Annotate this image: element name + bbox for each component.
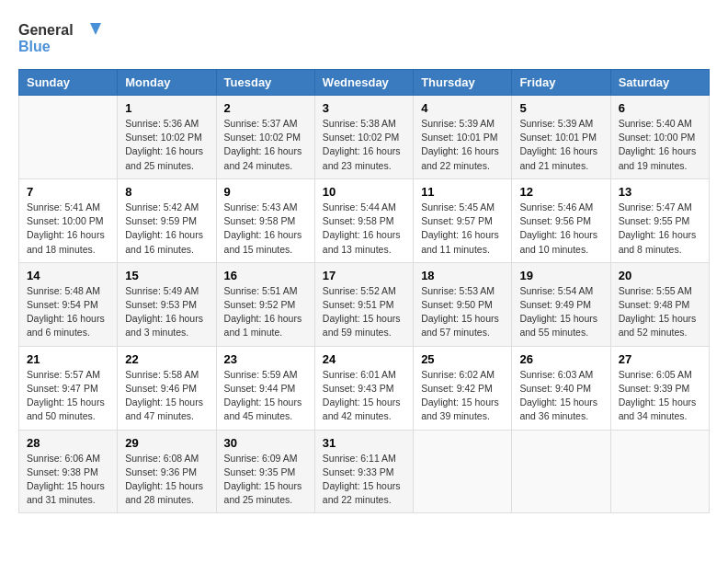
calendar-cell: 24Sunrise: 6:01 AM Sunset: 9:43 PM Dayli… — [314, 346, 413, 430]
calendar-cell — [19, 96, 118, 179]
calendar-cell: 18Sunrise: 5:53 AM Sunset: 9:50 PM Dayli… — [414, 262, 512, 346]
day-info: Sunrise: 6:08 AM Sunset: 9:36 PM Dayligh… — [125, 452, 208, 508]
day-info: Sunrise: 6:09 AM Sunset: 9:35 PM Dayligh… — [224, 452, 307, 508]
day-number: 4 — [421, 101, 504, 115]
day-number: 31 — [323, 436, 405, 450]
calendar-cell: 5Sunrise: 5:39 AM Sunset: 10:01 PM Dayli… — [512, 96, 610, 179]
day-number: 20 — [619, 269, 701, 282]
day-info: Sunrise: 6:11 AM Sunset: 9:33 PM Dayligh… — [323, 452, 405, 508]
day-number: 26 — [519, 352, 602, 366]
calendar-cell: 11Sunrise: 5:45 AM Sunset: 9:57 PM Dayli… — [414, 178, 512, 262]
day-number: 2 — [224, 101, 307, 115]
day-info: Sunrise: 5:37 AM Sunset: 10:02 PM Daylig… — [224, 117, 307, 173]
calendar-cell: 29Sunrise: 6:08 AM Sunset: 9:36 PM Dayli… — [118, 430, 216, 513]
calendar-cell: 7Sunrise: 5:41 AM Sunset: 10:00 PM Dayli… — [19, 178, 118, 262]
logo: General Blue — [18, 18, 101, 60]
day-number: 1 — [125, 101, 208, 115]
calendar-cell: 25Sunrise: 6:02 AM Sunset: 9:42 PM Dayli… — [414, 346, 512, 430]
day-info: Sunrise: 5:41 AM Sunset: 10:00 PM Daylig… — [27, 201, 109, 257]
calendar-cell: 22Sunrise: 5:58 AM Sunset: 9:46 PM Dayli… — [118, 346, 216, 430]
svg-text:Blue: Blue — [18, 39, 51, 54]
day-info: Sunrise: 6:03 AM Sunset: 9:40 PM Dayligh… — [519, 368, 602, 424]
calendar-cell: 12Sunrise: 5:46 AM Sunset: 9:56 PM Dayli… — [512, 178, 610, 262]
day-info: Sunrise: 5:54 AM Sunset: 9:49 PM Dayligh… — [519, 284, 602, 340]
calendar-cell — [512, 430, 610, 513]
day-info: Sunrise: 5:43 AM Sunset: 9:58 PM Dayligh… — [224, 201, 307, 257]
calendar-cell: 9Sunrise: 5:43 AM Sunset: 9:58 PM Daylig… — [216, 178, 314, 262]
calendar-cell: 10Sunrise: 5:44 AM Sunset: 9:58 PM Dayli… — [314, 178, 413, 262]
day-number: 18 — [421, 269, 504, 282]
day-number: 9 — [224, 185, 307, 199]
day-number: 16 — [224, 269, 307, 282]
day-info: Sunrise: 5:45 AM Sunset: 9:57 PM Dayligh… — [421, 201, 504, 257]
week-row-5: 28Sunrise: 6:06 AM Sunset: 9:38 PM Dayli… — [19, 430, 710, 513]
day-info: Sunrise: 6:01 AM Sunset: 9:43 PM Dayligh… — [323, 368, 405, 424]
day-info: Sunrise: 5:46 AM Sunset: 9:56 PM Dayligh… — [519, 201, 602, 257]
calendar-cell: 4Sunrise: 5:39 AM Sunset: 10:01 PM Dayli… — [414, 96, 512, 179]
day-info: Sunrise: 5:59 AM Sunset: 9:44 PM Dayligh… — [224, 368, 307, 424]
day-number: 19 — [519, 269, 602, 282]
day-number: 5 — [519, 101, 602, 115]
day-info: Sunrise: 5:51 AM Sunset: 9:52 PM Dayligh… — [224, 284, 307, 340]
day-info: Sunrise: 6:02 AM Sunset: 9:42 PM Dayligh… — [421, 368, 504, 424]
week-row-1: 1Sunrise: 5:36 AM Sunset: 10:02 PM Dayli… — [19, 96, 710, 179]
weekday-header-sunday: Sunday — [19, 70, 118, 96]
calendar-cell: 26Sunrise: 6:03 AM Sunset: 9:40 PM Dayli… — [512, 346, 610, 430]
calendar-cell: 19Sunrise: 5:54 AM Sunset: 9:49 PM Dayli… — [512, 262, 610, 346]
calendar-cell: 1Sunrise: 5:36 AM Sunset: 10:02 PM Dayli… — [118, 96, 216, 179]
day-number: 6 — [619, 101, 701, 115]
day-number: 11 — [421, 185, 504, 199]
weekday-header-monday: Monday — [118, 70, 216, 96]
day-info: Sunrise: 5:39 AM Sunset: 10:01 PM Daylig… — [421, 117, 504, 173]
day-number: 17 — [323, 269, 405, 282]
day-number: 29 — [125, 436, 208, 450]
calendar-cell: 13Sunrise: 5:47 AM Sunset: 9:55 PM Dayli… — [610, 178, 709, 262]
day-number: 13 — [619, 185, 701, 199]
week-row-3: 14Sunrise: 5:48 AM Sunset: 9:54 PM Dayli… — [19, 262, 710, 346]
weekday-header-friday: Friday — [512, 70, 610, 96]
weekday-header-wednesday: Wednesday — [314, 70, 413, 96]
day-number: 27 — [619, 352, 701, 366]
day-number: 12 — [519, 185, 602, 199]
day-info: Sunrise: 5:38 AM Sunset: 10:02 PM Daylig… — [323, 117, 405, 173]
day-info: Sunrise: 5:49 AM Sunset: 9:53 PM Dayligh… — [125, 284, 208, 340]
calendar-cell — [610, 430, 709, 513]
calendar-cell: 23Sunrise: 5:59 AM Sunset: 9:44 PM Dayli… — [216, 346, 314, 430]
day-number: 21 — [27, 352, 109, 366]
day-number: 24 — [323, 352, 405, 366]
day-info: Sunrise: 6:06 AM Sunset: 9:38 PM Dayligh… — [27, 452, 109, 508]
calendar-cell: 17Sunrise: 5:52 AM Sunset: 9:51 PM Dayli… — [314, 262, 413, 346]
weekday-header-tuesday: Tuesday — [216, 70, 314, 96]
day-info: Sunrise: 5:52 AM Sunset: 9:51 PM Dayligh… — [323, 284, 405, 340]
logo-svg: General Blue — [18, 18, 101, 60]
calendar-cell: 8Sunrise: 5:42 AM Sunset: 9:59 PM Daylig… — [118, 178, 216, 262]
week-row-4: 21Sunrise: 5:57 AM Sunset: 9:47 PM Dayli… — [19, 346, 710, 430]
day-number: 10 — [323, 185, 405, 199]
day-number: 22 — [125, 352, 208, 366]
weekday-header-saturday: Saturday — [610, 70, 709, 96]
calendar-cell — [414, 430, 512, 513]
day-number: 23 — [224, 352, 307, 366]
calendar-cell: 2Sunrise: 5:37 AM Sunset: 10:02 PM Dayli… — [216, 96, 314, 179]
weekday-header-thursday: Thursday — [414, 70, 512, 96]
calendar-cell: 16Sunrise: 5:51 AM Sunset: 9:52 PM Dayli… — [216, 262, 314, 346]
calendar-cell: 28Sunrise: 6:06 AM Sunset: 9:38 PM Dayli… — [19, 430, 118, 513]
day-info: Sunrise: 5:44 AM Sunset: 9:58 PM Dayligh… — [323, 201, 405, 257]
calendar-cell: 20Sunrise: 5:55 AM Sunset: 9:48 PM Dayli… — [610, 262, 709, 346]
calendar-cell: 15Sunrise: 5:49 AM Sunset: 9:53 PM Dayli… — [118, 262, 216, 346]
day-info: Sunrise: 6:05 AM Sunset: 9:39 PM Dayligh… — [619, 368, 701, 424]
calendar-cell: 27Sunrise: 6:05 AM Sunset: 9:39 PM Dayli… — [610, 346, 709, 430]
day-info: Sunrise: 5:58 AM Sunset: 9:46 PM Dayligh… — [125, 368, 208, 424]
calendar-cell: 14Sunrise: 5:48 AM Sunset: 9:54 PM Dayli… — [19, 262, 118, 346]
day-info: Sunrise: 5:48 AM Sunset: 9:54 PM Dayligh… — [27, 284, 109, 340]
day-info: Sunrise: 5:40 AM Sunset: 10:00 PM Daylig… — [619, 117, 701, 173]
day-number: 3 — [323, 101, 405, 115]
calendar-cell: 6Sunrise: 5:40 AM Sunset: 10:00 PM Dayli… — [610, 96, 709, 179]
day-number: 7 — [27, 185, 109, 199]
day-number: 8 — [125, 185, 208, 199]
day-info: Sunrise: 5:36 AM Sunset: 10:02 PM Daylig… — [125, 117, 208, 173]
day-number: 30 — [224, 436, 307, 450]
header-row: SundayMondayTuesdayWednesdayThursdayFrid… — [19, 70, 710, 96]
day-info: Sunrise: 5:57 AM Sunset: 9:47 PM Dayligh… — [27, 368, 109, 424]
calendar-cell: 3Sunrise: 5:38 AM Sunset: 10:02 PM Dayli… — [314, 96, 413, 179]
